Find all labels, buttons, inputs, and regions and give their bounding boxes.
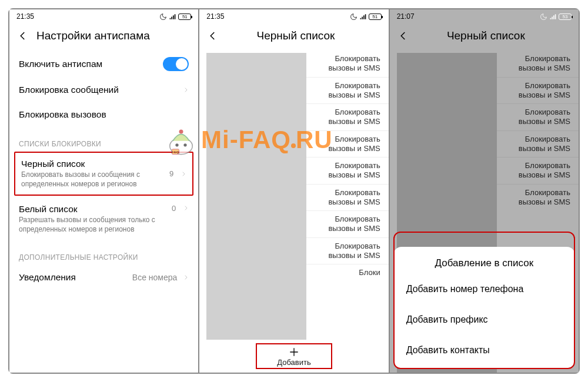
whitelist-title: Белый список <box>19 204 166 215</box>
blacklist-title: Черный список <box>21 159 163 169</box>
back-icon[interactable] <box>18 31 28 41</box>
moon-icon <box>350 13 358 21</box>
block-messages-row[interactable]: Блокировка сообщений <box>9 78 198 102</box>
whitelist-row[interactable]: Белый список Разрешать вызовы и сообщени… <box>9 196 198 240</box>
moon-icon <box>159 13 167 21</box>
screen-antispam-settings: 21:35 51 Настройки антиспама Включить ан… <box>9 9 199 373</box>
header: Черный список <box>390 24 579 51</box>
status-icons: 51 <box>350 13 382 21</box>
moon-icon <box>540 13 547 21</box>
list-item[interactable]: Блокировать вызовы и SMS <box>306 104 388 131</box>
enable-toggle[interactable] <box>163 57 189 71</box>
section-blocklists: СПИСКИ БЛОКИРОВКИ <box>9 127 198 152</box>
block-calls-row[interactable]: Блокировка вызовов <box>9 102 198 127</box>
enable-antispam-row[interactable]: Включить антиспам <box>9 51 198 78</box>
highlight-add <box>256 343 332 369</box>
signal-icon <box>549 13 557 21</box>
chevron-right-icon <box>183 273 189 282</box>
block-calls-label: Блокировка вызовов <box>19 109 189 120</box>
list-item[interactable]: Блокировать вызовы и SMS <box>306 78 388 105</box>
signal-icon <box>169 13 176 21</box>
page-title: Черный список <box>417 29 570 42</box>
highlight-blacklist: Черный список Блокировать вызовы и сообщ… <box>14 152 193 196</box>
status-icons: 51 <box>159 13 191 21</box>
sheet-title: Добавление в список <box>395 249 574 274</box>
enable-label: Включить антиспам <box>19 59 157 69</box>
list-item[interactable]: Блокировать вызовы и SMS <box>306 158 388 185</box>
header: Настройки антиспама <box>9 24 198 51</box>
list-item[interactable]: Блокировать вызовы и SMS <box>306 51 388 78</box>
list-item: Блокировать вызовы и SMS <box>497 51 579 78</box>
back-icon[interactable] <box>398 31 409 41</box>
list-item[interactable]: Блокировать вызовы и SMS <box>306 211 388 238</box>
whitelist-count: 0 <box>172 204 176 213</box>
redacted-column <box>206 53 306 340</box>
list-item[interactable]: Блокировать вызовы и SMS <box>306 185 388 212</box>
list-item[interactable]: Блокировать вызовы и SMS <box>306 238 388 265</box>
blacklist-row[interactable]: Черный список Блокировать вызовы и сообщ… <box>15 153 192 195</box>
list-item-partial[interactable]: Блоки <box>306 264 388 281</box>
battery-icon: 53 <box>559 14 572 20</box>
list-item: Блокировать вызовы и SMS <box>497 185 579 211</box>
status-bar: 21:35 51 <box>9 9 198 24</box>
notifications-row[interactable]: Уведомления Все номера <box>9 265 198 290</box>
battery-icon: 51 <box>369 14 382 20</box>
list-item: Блокировать вызовы и SMS <box>497 158 579 185</box>
status-bar: 21:35 51 <box>199 9 388 24</box>
page-title: Настройки антиспама <box>36 29 190 42</box>
battery-icon: 51 <box>178 14 191 20</box>
signal-icon <box>359 13 367 21</box>
whitelist-sub: Разрешать вызовы и сообщения только с оп… <box>19 216 166 234</box>
blacklist-sub: Блокировать вызовы и сообщения с определ… <box>21 170 163 189</box>
screen-add-dialog: 21:07 53 Черный список Блокировать вызов… <box>390 9 579 373</box>
sheet-add-phone[interactable]: Добавить номер телефона <box>395 274 574 304</box>
sheet-add-contacts[interactable]: Добавить контакты <box>395 335 574 366</box>
status-time: 21:35 <box>16 12 34 21</box>
list-item[interactable]: Блокировать вызовы и SMS <box>306 131 388 158</box>
chevron-right-icon <box>181 170 186 178</box>
page-title: Черный список <box>226 29 380 42</box>
status-time: 21:35 <box>206 12 224 21</box>
notifications-value: Все номера <box>132 273 178 282</box>
bottom-sheet: Добавление в список Добавить номер телеф… <box>393 247 575 369</box>
status-icons: 53 <box>540 13 572 21</box>
list-item: Блокировать вызовы и SMS <box>497 78 579 105</box>
back-icon[interactable] <box>208 31 218 41</box>
status-bar: 21:07 53 <box>390 9 579 24</box>
section-additional: ДОПОЛНИТЕЛЬНЫЕ НАСТРОЙКИ <box>9 240 198 265</box>
sheet-add-prefix[interactable]: Добавить префикс <box>395 304 574 335</box>
status-time: 21:07 <box>397 12 415 21</box>
blacklist-count: 9 <box>169 169 173 178</box>
block-messages-label: Блокировка сообщений <box>19 85 177 95</box>
block-list[interactable]: Блокировать вызовы и SMS Блокировать выз… <box>306 51 388 340</box>
list-item: Блокировать вызовы и SMS <box>497 104 579 131</box>
chevron-right-icon <box>183 86 189 94</box>
list-item: Блокировать вызовы и SMS <box>497 131 579 158</box>
chevron-right-icon <box>183 204 189 212</box>
notifications-label: Уведомления <box>19 272 126 283</box>
header: Черный список <box>199 24 388 51</box>
screen-blacklist: 21:35 51 Черный список Блокировать вызов… <box>199 9 389 373</box>
